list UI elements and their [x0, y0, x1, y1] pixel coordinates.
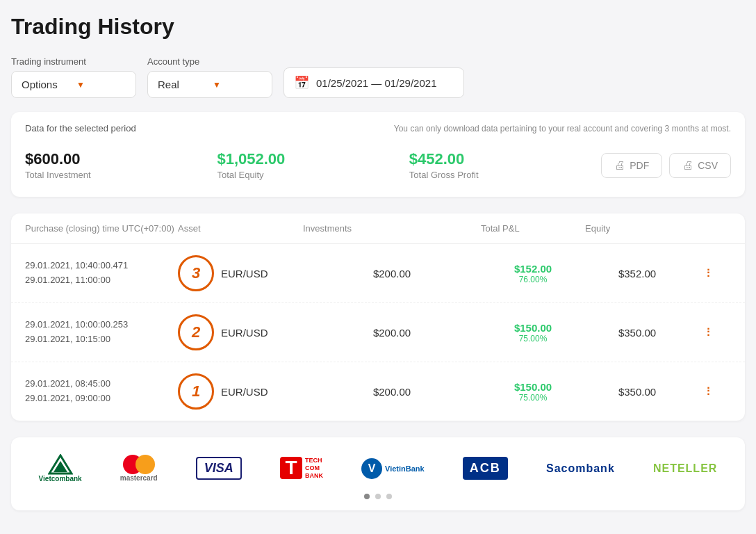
carousel-dot-2[interactable] [375, 494, 381, 499]
page-container: Trading History Trading instrument Optio… [0, 0, 756, 524]
trade-number-badge-3: 1 [178, 373, 214, 410]
csv-label: CSV [698, 160, 718, 171]
carousel-dot-1[interactable] [364, 494, 370, 499]
pnl-value-3: $150.00 [481, 381, 585, 393]
cell-asset-2: 2 EUR/USD [178, 314, 303, 350]
time-close-3: 29.01.2021, 09:00:00 [25, 391, 178, 406]
account-type-arrow-icon: ▼ [213, 80, 262, 90]
footer-section: Vietcombank mastercard VISA T TECHCOMBAN… [11, 437, 745, 510]
header-asset: Asset [178, 223, 303, 234]
asset-name-3: EUR/USD [221, 386, 268, 398]
pdf-label: PDF [630, 160, 649, 171]
time-close-1: 29.01.2021, 11:00:00 [25, 273, 178, 288]
total-investment-block: $600.00 Total Investment [25, 145, 217, 186]
pnl-percent-2: 75.00% [481, 334, 585, 343]
sacombank-label: Sacombank [546, 462, 615, 475]
total-gross-profit-value: $452.00 [409, 150, 601, 168]
total-investment-label: Total Investment [25, 170, 217, 180]
time-open-3: 29.01.2021, 08:45:00 [25, 377, 178, 391]
cell-time-2: 29.01.2021, 10:00:00.253 29.01.2021, 10:… [25, 318, 178, 347]
header-time: Purchase (closing) time UTC(+07:00) [25, 223, 178, 234]
cell-pnl-2: $150.00 75.00% [481, 322, 585, 343]
vietinbank-label: VietinBank [385, 464, 425, 473]
pnl-percent-3: 75.00% [481, 393, 585, 403]
trading-instrument-select[interactable]: Options ▼ [11, 71, 136, 98]
total-equity-block: $1,052.00 Total Equity [217, 145, 409, 186]
cell-investment-3: $200.00 [303, 386, 481, 398]
trading-instrument-label: Trading instrument [11, 56, 136, 67]
asset-name-2: EUR/USD [221, 327, 268, 339]
expand-row-3[interactable]: ⠇ [689, 385, 731, 398]
asset-name-1: EUR/USD [221, 268, 268, 280]
pdf-icon: 🖨 [614, 159, 625, 172]
calendar-icon: 📅 [294, 75, 309, 90]
account-type-label: Account type [147, 56, 272, 67]
time-open-1: 29.01.2021, 10:40:00.471 [25, 259, 178, 273]
expand-row-2[interactable]: ⠇ [689, 326, 731, 339]
pdf-download-button[interactable]: 🖨 PDF [601, 153, 662, 178]
vietcombank-logo-icon [48, 454, 73, 475]
account-type-value: Real [158, 79, 207, 90]
mastercard-label: mastercard [120, 474, 158, 482]
carousel-dot-3[interactable] [386, 494, 392, 499]
cell-pnl-3: $150.00 75.00% [481, 381, 585, 403]
partner-sacombank: Sacombank [546, 462, 615, 475]
techcombank-logo-icon: T TECHCOMBANK [280, 457, 323, 479]
visa-logo-icon: VISA [196, 457, 242, 480]
header-investments: Investments [303, 223, 481, 234]
pnl-value-2: $150.00 [481, 322, 585, 334]
filters-row: Trading instrument Options ▼ Account typ… [11, 56, 745, 98]
trading-instrument-group: Trading instrument Options ▼ [11, 56, 136, 98]
vietcombank-label: Vietcombank [39, 475, 82, 483]
time-close-2: 29.01.2021, 10:15:00 [25, 332, 178, 347]
mastercard-circles-icon [123, 455, 155, 474]
cell-pnl-1: $152.00 76.00% [481, 263, 585, 284]
neteller-label: NETELLER [653, 462, 717, 475]
header-total-pl: Total P&L [481, 223, 585, 234]
page-title: Trading History [11, 14, 745, 40]
summary-section: Data for the selected period You can onl… [11, 112, 745, 197]
period-label: Data for the selected period [25, 123, 136, 134]
cell-time-1: 29.01.2021, 10:40:00.471 29.01.2021, 11:… [25, 259, 178, 288]
acb-logo-icon: ACB [463, 457, 508, 480]
cell-equity-3: $350.00 [585, 386, 689, 398]
partner-techcombank: T TECHCOMBANK [280, 457, 323, 479]
cell-asset-1: 3 EUR/USD [178, 255, 303, 291]
cell-investment-1: $200.00 [303, 268, 481, 280]
date-range-text: 01/25/2021 — 01/29/2021 [316, 77, 436, 89]
table-row: 29.01.2021, 10:00:00.253 29.01.2021, 10:… [11, 303, 745, 362]
partner-acb: ACB [463, 457, 508, 480]
date-range-group: 📅 01/25/2021 — 01/29/2021 [284, 67, 464, 98]
trading-history-table: Purchase (closing) time UTC(+07:00) Asse… [11, 213, 745, 421]
trading-instrument-value: Options [22, 79, 71, 90]
total-gross-profit-label: Total Gross Profit [409, 170, 601, 180]
table-row: 29.01.2021, 10:40:00.471 29.01.2021, 11:… [11, 244, 745, 303]
partner-vietinbank: V VietinBank [361, 458, 425, 479]
total-gross-profit-block: $452.00 Total Gross Profit [409, 145, 601, 186]
csv-download-button[interactable]: 🖨 CSV [669, 153, 731, 178]
summary-stats-row: $600.00 Total Investment $1,052.00 Total… [25, 145, 731, 186]
summary-notice-text: You can only download data pertaining to… [394, 124, 731, 134]
summary-notice-row: Data for the selected period You can onl… [25, 123, 731, 134]
date-range-picker[interactable]: 📅 01/25/2021 — 01/29/2021 [284, 67, 464, 98]
pnl-value-1: $152.00 [481, 263, 585, 275]
total-investment-value: $600.00 [25, 150, 217, 168]
partner-neteller: NETELLER [653, 462, 717, 475]
header-expand [689, 223, 731, 234]
cell-investment-2: $200.00 [303, 327, 481, 339]
table-header-row: Purchase (closing) time UTC(+07:00) Asse… [11, 213, 745, 244]
download-buttons: 🖨 PDF 🖨 CSV [601, 153, 731, 178]
header-equity: Equity [585, 223, 689, 234]
vietinbank-logo-icon: V VietinBank [361, 458, 425, 479]
total-equity-label: Total Equity [217, 170, 409, 180]
account-type-select[interactable]: Real ▼ [147, 71, 272, 98]
trading-instrument-arrow-icon: ▼ [76, 80, 126, 90]
cell-time-3: 29.01.2021, 08:45:00 29.01.2021, 09:00:0… [25, 377, 178, 406]
expand-row-1[interactable]: ⠇ [689, 267, 731, 280]
total-equity-value: $1,052.00 [217, 150, 409, 168]
partner-visa: VISA [196, 457, 242, 480]
partner-vietcombank: Vietcombank [39, 454, 82, 483]
time-open-2: 29.01.2021, 10:00:00.253 [25, 318, 178, 332]
cell-equity-2: $350.00 [585, 327, 689, 339]
table-row: 29.01.2021, 08:45:00 29.01.2021, 09:00:0… [11, 362, 745, 421]
